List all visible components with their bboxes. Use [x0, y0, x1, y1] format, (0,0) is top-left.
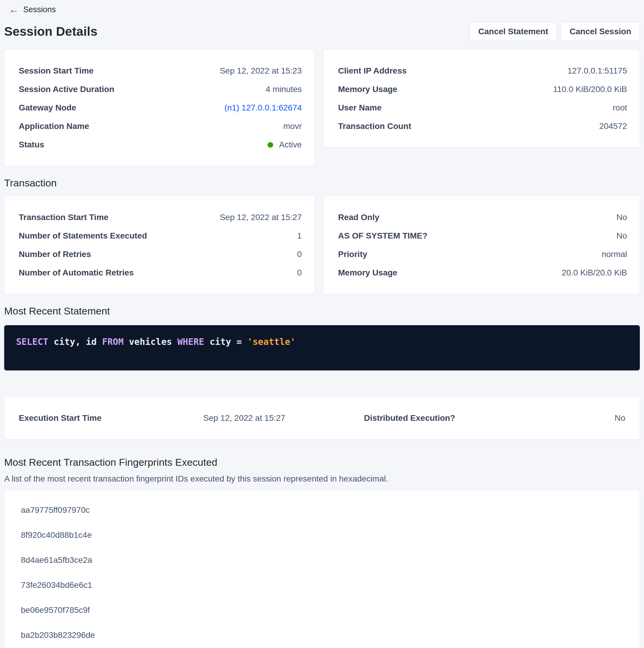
info-label: Number of Statements Executed [19, 231, 147, 240]
info-label: Gateway Node [19, 103, 76, 113]
info-row-session-active-duration: Session Active Duration 4 minutes [19, 80, 302, 99]
info-value: normal [601, 250, 627, 259]
sql-text: vehicles [123, 336, 177, 347]
status-value: Active [279, 140, 302, 150]
info-row-memory-usage: Memory Usage 110.0 KiB/200.0 KiB [338, 80, 627, 99]
info-value: 20.0 KiB/20.0 KiB [562, 268, 627, 277]
back-link-label: Sessions [23, 5, 56, 14]
status-badge: Active [268, 140, 302, 150]
info-label: Application Name [19, 121, 89, 131]
transaction-properties-card: Read Only No AS OF SYSTEM TIME? No Prior… [324, 196, 640, 294]
info-value: movr [283, 121, 302, 131]
info-label: Transaction Count [338, 121, 411, 131]
fingerprint-item: be06e9570f785c9f [4, 598, 640, 623]
info-row-retries: Number of Retries 0 [19, 245, 302, 264]
info-value: 1 [297, 231, 302, 240]
info-row-transaction-count: Transaction Count 204572 [338, 117, 627, 136]
info-label: Session Start Time [19, 66, 94, 76]
info-value: Sep 12, 2022 at 15:27 [220, 213, 302, 222]
info-row-execution: Execution Start Time Sep 12, 2022 at 15:… [19, 409, 625, 427]
execution-info-card: Execution Start Time Sep 12, 2022 at 15:… [4, 397, 640, 439]
cancel-session-button[interactable]: Cancel Session [561, 22, 640, 41]
info-label: Transaction Start Time [19, 213, 108, 222]
info-row-gateway-node: Gateway Node (n1) 127.0.0.1:62674 [19, 99, 302, 117]
fingerprint-item: ba2b203b823296de [4, 623, 640, 648]
fingerprint-item: 8f920c40d88b1c4e [4, 523, 640, 548]
info-value: No [616, 231, 627, 240]
info-value: 204572 [599, 121, 627, 131]
session-info-card: Session Start Time Sep 12, 2022 at 15:23… [4, 49, 314, 166]
info-row-tx-memory-usage: Memory Usage 20.0 KiB/20.0 KiB [338, 264, 627, 282]
transaction-info-card: Transaction Start Time Sep 12, 2022 at 1… [4, 196, 314, 294]
sql-statement-box: SELECT city, id FROM vehicles WHERE city… [4, 325, 640, 371]
page-title: Session Details [4, 24, 97, 39]
info-value: root [613, 103, 627, 113]
info-label: Status [19, 140, 44, 150]
info-label: AS OF SYSTEM TIME? [338, 231, 427, 240]
info-value: No [614, 413, 625, 423]
info-row-automatic-retries: Number of Automatic Retries 0 [19, 264, 302, 282]
statement-section-heading: Most Recent Statement [4, 304, 640, 317]
info-value: 0 [297, 268, 302, 277]
gateway-node-link[interactable]: (n1) 127.0.0.1:62674 [224, 103, 302, 113]
status-active-dot-icon [268, 142, 273, 148]
client-info-card: Client IP Address 127.0.0.1:51175 Memory… [324, 49, 640, 148]
sql-keyword: WHERE [177, 336, 204, 347]
info-row-priority: Priority normal [338, 245, 627, 264]
arrow-left-icon: ← [9, 5, 18, 14]
info-label: Execution Start Time [19, 413, 203, 423]
info-value: Sep 12, 2022 at 15:23 [220, 66, 302, 76]
info-label: User Name [338, 103, 382, 113]
info-label: Number of Automatic Retries [19, 268, 134, 277]
fingerprints-list-card: aa79775ff097970c 8f920c40d88b1c4e 8d4ae6… [4, 490, 640, 648]
info-label: Memory Usage [338, 268, 397, 277]
page-header: Session Details Cancel Statement Cancel … [4, 22, 640, 41]
cancel-statement-button[interactable]: Cancel Statement [470, 22, 557, 41]
info-value: 0 [297, 250, 302, 259]
info-label: Priority [338, 250, 367, 259]
info-value: No [616, 213, 627, 222]
session-overview-row: Session Start Time Sep 12, 2022 at 15:23… [4, 49, 640, 166]
info-row-statements-executed: Number of Statements Executed 1 [19, 227, 302, 245]
fingerprints-section-heading: Most Recent Transaction Fingerprints Exe… [4, 455, 640, 469]
info-row-read-only: Read Only No [338, 208, 627, 227]
info-row-client-ip: Client IP Address 127.0.0.1:51175 [338, 62, 627, 80]
info-label: Number of Retries [19, 250, 91, 259]
info-row-as-of-system-time: AS OF SYSTEM TIME? No [338, 227, 627, 245]
session-details-page: ← Sessions Session Details Cancel Statem… [0, 0, 644, 648]
info-label: Client IP Address [338, 66, 407, 76]
info-label: Read Only [338, 213, 379, 222]
fingerprint-item: aa79775ff097970c [4, 498, 640, 523]
sql-string-literal: 'seattle' [247, 336, 296, 347]
sql-keyword: SELECT [16, 336, 48, 347]
fingerprints-description: A list of the most recent transaction fi… [4, 474, 640, 484]
sql-keyword: FROM [102, 336, 123, 347]
info-row-application-name: Application Name movr [19, 117, 302, 136]
header-actions: Cancel Statement Cancel Session [470, 22, 640, 41]
transaction-section-heading: Transaction [4, 176, 640, 190]
info-row-transaction-start-time: Transaction Start Time Sep 12, 2022 at 1… [19, 208, 302, 227]
info-value: Sep 12, 2022 at 15:27 [203, 413, 364, 423]
info-value: 127.0.0.1:51175 [568, 66, 627, 76]
info-row-user-name: User Name root [338, 99, 627, 117]
fingerprint-item: 73fe26034bd6e6c1 [4, 573, 640, 598]
info-label: Memory Usage [338, 85, 397, 94]
sql-statement: SELECT city, id FROM vehicles WHERE city… [16, 336, 628, 348]
info-label: Session Active Duration [19, 85, 114, 94]
sql-text: city, id [48, 336, 102, 347]
back-to-sessions-link[interactable]: ← Sessions [9, 5, 56, 14]
info-value: 4 minutes [266, 85, 302, 94]
transaction-row: Transaction Start Time Sep 12, 2022 at 1… [4, 196, 640, 294]
info-label: Distributed Execution? [364, 413, 614, 423]
info-value: 110.0 KiB/200.0 KiB [553, 85, 627, 94]
info-row-status: Status Active [19, 136, 302, 154]
fingerprint-item: 8d4ae61a5fb3ce2a [4, 548, 640, 573]
info-row-session-start-time: Session Start Time Sep 12, 2022 at 15:23 [19, 62, 302, 80]
sql-text: city = [204, 336, 247, 347]
